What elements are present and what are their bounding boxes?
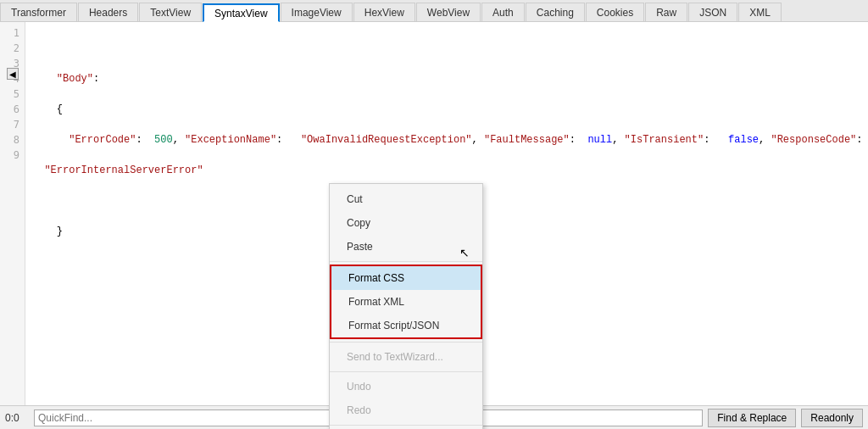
editor-area: ◀ 1 2 3 4 5 6 7 8 9 "Body": { "ErrorCode…	[0, 22, 868, 405]
ctx-paste[interactable]: Paste	[330, 235, 482, 259]
tab-cookies[interactable]: Cookies	[586, 3, 644, 21]
find-replace-button[interactable]: Find & Replace	[708, 409, 796, 427]
context-menu: Cut Copy Paste Format CSS Format XML For…	[329, 183, 483, 429]
separator-1	[330, 261, 482, 262]
tab-textview[interactable]: TextView	[139, 3, 202, 21]
separator-4	[330, 425, 482, 426]
ctx-format-css[interactable]: Format CSS	[331, 266, 481, 290]
cursor-position: 0:0	[5, 412, 29, 424]
tab-headers[interactable]: Headers	[78, 3, 138, 21]
readonly-badge: Readonly	[801, 409, 863, 427]
tab-raw[interactable]: Raw	[645, 3, 687, 21]
tab-xml[interactable]: XML	[738, 3, 782, 21]
tab-auth[interactable]: Auth	[481, 3, 525, 21]
tab-imageview[interactable]: ImageView	[281, 3, 353, 21]
ctx-format-xml[interactable]: Format XML	[331, 290, 481, 314]
ctx-format-json[interactable]: Format Script/JSON	[331, 314, 481, 337]
ctx-cut[interactable]: Cut	[330, 187, 482, 211]
separator-2	[330, 342, 482, 343]
tab-hexview[interactable]: HexView	[353, 3, 415, 21]
tab-bar: Transformer Headers TextView SyntaxView …	[0, 0, 868, 22]
tab-caching[interactable]: Caching	[526, 3, 585, 21]
ctx-send-textwizard: Send to TextWizard...	[330, 345, 482, 369]
tab-syntaxview[interactable]: SyntaxView	[203, 3, 279, 22]
ctx-copy[interactable]: Copy	[330, 211, 482, 235]
collapse-icon[interactable]: ◀	[7, 68, 19, 80]
tab-transformer[interactable]: Transformer	[0, 3, 77, 21]
ctx-undo: Undo	[330, 375, 482, 398]
tab-json[interactable]: JSON	[688, 3, 737, 21]
ctx-redo: Redo	[330, 398, 482, 422]
tab-webview[interactable]: WebView	[416, 3, 481, 21]
separator-3	[330, 371, 482, 372]
